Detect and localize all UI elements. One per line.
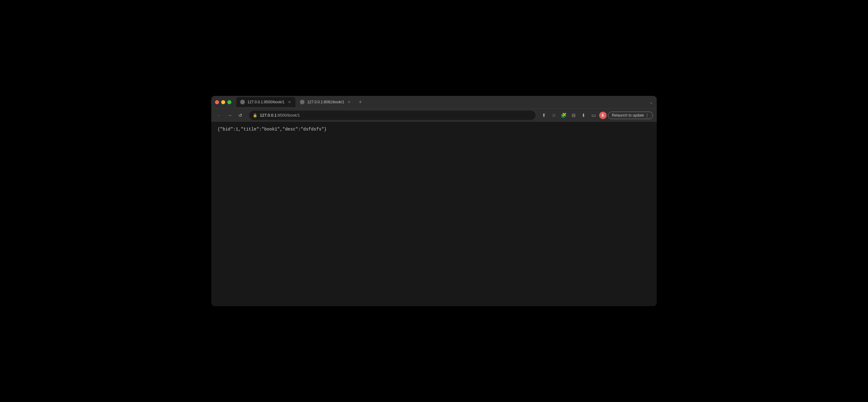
relaunch-button[interactable]: Relaunch to update ⋮ <box>608 112 653 119</box>
tab-search-icon: ⊟ <box>572 113 576 118</box>
download-icon: ⬇ <box>582 113 586 118</box>
profile-avatar[interactable]: E <box>599 112 607 119</box>
tab-title-1: 127.0.0.1:8500/book/1 <box>247 100 284 104</box>
minimize-button[interactable] <box>221 100 225 104</box>
lock-icon: 🔒 <box>253 113 257 118</box>
bookmark-button[interactable]: ☆ <box>550 111 558 120</box>
favicon-icon-1 <box>241 100 244 103</box>
sidebar-icon: ▭ <box>591 113 596 118</box>
share-button[interactable]: ⬆ <box>540 111 549 120</box>
reload-icon: ↺ <box>239 113 242 118</box>
extensions-icon: 🧩 <box>561 113 567 118</box>
favicon-icon-2 <box>301 100 304 103</box>
address-bar-text: 127.0.0.1:8500/book/1 <box>260 113 532 118</box>
browser-window: 127.0.0.1:8500/book/1 ✕ 127.0.0.1:8081/b… <box>211 96 657 306</box>
sidebar-button[interactable]: ▭ <box>589 111 598 120</box>
forward-icon: → <box>228 113 232 118</box>
relaunch-label: Relaunch to update <box>612 113 644 118</box>
tab-expand-button[interactable]: ⌄ <box>649 99 653 104</box>
tab-inactive[interactable]: 127.0.0.1:8081/book/1 ✕ <box>296 97 355 107</box>
tab-close-1[interactable]: ✕ <box>287 99 292 104</box>
tab-favicon-1 <box>240 99 245 104</box>
back-icon: ← <box>217 113 221 118</box>
maximize-button[interactable] <box>227 100 231 104</box>
toolbar: ← → ↺ 🔒 127.0.0.1:8500/book/1 ⬆ ☆ 🧩 <box>211 108 657 122</box>
download-button[interactable]: ⬇ <box>579 111 588 120</box>
content-area: {"bid":1,"title":"book1","desc":"dsfdsfs… <box>211 122 657 306</box>
forward-button[interactable]: → <box>225 111 234 120</box>
tabs-container: 127.0.0.1:8500/book/1 ✕ 127.0.0.1:8081/b… <box>236 97 653 107</box>
back-button[interactable]: ← <box>215 111 224 120</box>
title-bar: 127.0.0.1:8500/book/1 ✕ 127.0.0.1:8081/b… <box>211 96 657 108</box>
new-tab-button[interactable]: + <box>356 98 365 106</box>
tab-title-2: 127.0.0.1:8081/book/1 <box>307 100 344 104</box>
address-path: :8500/book/1 <box>277 113 300 118</box>
bookmark-icon: ☆ <box>552 113 556 118</box>
tab-close-2[interactable]: ✕ <box>347 99 352 104</box>
reload-button[interactable]: ↺ <box>236 111 245 120</box>
share-icon: ⬆ <box>542 113 546 118</box>
more-icon: ⋮ <box>645 113 649 118</box>
toolbar-actions: ⬆ ☆ 🧩 ⊟ ⬇ ▭ E Relaunch to update ⋮ <box>540 111 653 120</box>
traffic-lights <box>215 100 231 104</box>
json-response: {"bid":1,"title":"book1","desc":"dsfdsfs… <box>217 127 651 132</box>
address-domain: 127.0.0.1 <box>260 113 277 118</box>
close-button[interactable] <box>215 100 219 104</box>
extensions-button[interactable]: 🧩 <box>560 111 568 120</box>
address-bar[interactable]: 🔒 127.0.0.1:8500/book/1 <box>249 111 535 120</box>
tab-search-button[interactable]: ⊟ <box>569 111 578 120</box>
tab-active[interactable]: 127.0.0.1:8500/book/1 ✕ <box>236 97 296 107</box>
tab-favicon-2 <box>300 99 305 104</box>
